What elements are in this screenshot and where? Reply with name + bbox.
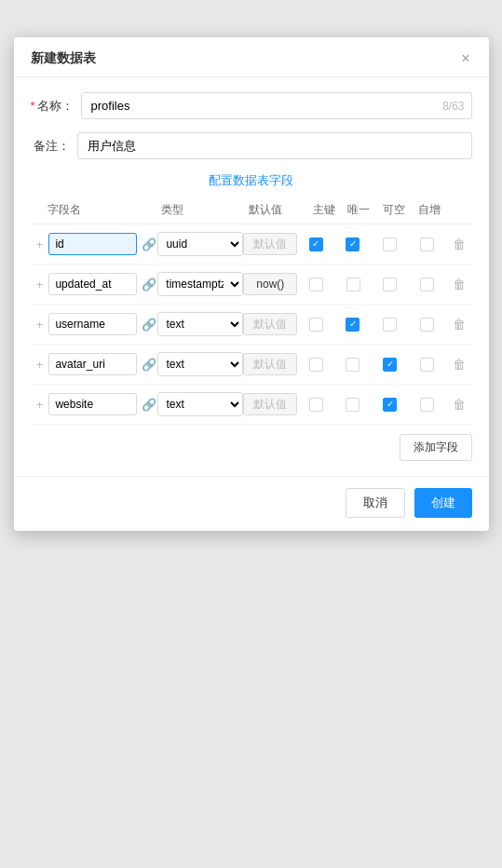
header-default: 默认值 <box>249 202 306 218</box>
nullable-checkbox-cell <box>372 278 409 292</box>
link-icon[interactable]: 🔗 <box>141 396 157 413</box>
link-icon[interactable]: 🔗 <box>141 316 157 332</box>
autoincr-checkbox[interactable] <box>420 318 434 332</box>
nullable-checkbox[interactable] <box>383 398 397 412</box>
add-field-row: 添加字段 <box>31 434 472 461</box>
nullable-checkbox[interactable] <box>383 237 397 251</box>
pk-checkbox-cell <box>297 398 334 412</box>
unique-checkbox-cell <box>334 237 372 251</box>
field-type-select[interactable]: timestamptz <box>157 272 243 296</box>
field-default-input[interactable] <box>243 273 297 295</box>
delete-field-button[interactable]: 🗑 <box>446 397 472 412</box>
nullable-checkbox-cell <box>372 318 409 332</box>
pk-checkbox-cell <box>297 278 334 292</box>
close-button[interactable]: × <box>459 51 471 66</box>
field-name-input[interactable] <box>48 273 137 295</box>
modal-title: 新建数据表 <box>31 50 96 67</box>
drag-handle[interactable]: + <box>31 278 49 292</box>
modal-footer: 取消 创建 <box>14 476 489 531</box>
comment-input[interactable] <box>77 132 472 159</box>
field-name-input[interactable] <box>48 393 137 415</box>
comment-label: 备注： <box>31 138 77 155</box>
field-default-input[interactable] <box>243 393 297 415</box>
autoincr-checkbox[interactable] <box>420 278 434 292</box>
table-row: + 🔗 text 🗑 <box>31 385 472 425</box>
link-icon[interactable]: 🔗 <box>141 236 157 252</box>
table-row: + 🔗 timestamptz 🗑 <box>31 264 472 305</box>
delete-field-button[interactable]: 🗑 <box>446 277 472 292</box>
field-type-select[interactable]: uuid <box>157 232 243 256</box>
field-default-input[interactable] <box>243 233 297 255</box>
pk-checkbox[interactable] <box>309 358 323 372</box>
fields-section-title: 配置数据表字段 <box>31 172 472 189</box>
autoincr-checkbox[interactable] <box>420 237 434 251</box>
unique-checkbox-cell <box>334 278 372 292</box>
name-label: *名称： <box>31 98 81 115</box>
nullable-checkbox[interactable] <box>383 278 397 292</box>
confirm-button[interactable]: 创建 <box>414 488 472 518</box>
field-default-input[interactable] <box>243 313 297 335</box>
fields-table: 字段名 类型 默认值 主键 唯一 可空 自增 + 🔗 uuid <box>31 198 472 425</box>
pk-checkbox[interactable] <box>309 278 323 292</box>
pk-checkbox[interactable] <box>309 398 323 412</box>
table-row: + 🔗 text 🗑 <box>31 305 472 345</box>
name-row: *名称： 8/63 <box>31 92 472 119</box>
field-name-input[interactable] <box>48 233 137 255</box>
modal-header: 新建数据表 × <box>14 37 489 77</box>
field-type-select[interactable]: text <box>157 312 243 336</box>
field-default-input[interactable] <box>243 353 297 375</box>
add-field-button[interactable]: 添加字段 <box>400 434 472 461</box>
field-type-select[interactable]: text <box>157 392 243 416</box>
link-icon[interactable]: 🔗 <box>141 356 157 373</box>
header-autoincr: 自增 <box>412 202 447 218</box>
nullable-checkbox[interactable] <box>383 318 397 332</box>
name-input[interactable] <box>81 92 472 119</box>
nullable-checkbox-cell <box>372 358 409 372</box>
comment-row: 备注： <box>31 132 472 159</box>
delete-field-button[interactable]: 🗑 <box>446 317 472 332</box>
header-type: 类型 <box>161 202 250 218</box>
unique-checkbox[interactable] <box>346 278 360 292</box>
autoincr-checkbox[interactable] <box>420 358 434 372</box>
delete-field-button[interactable]: 🗑 <box>446 237 472 251</box>
pk-checkbox[interactable] <box>309 318 323 332</box>
drag-handle[interactable]: + <box>31 398 49 412</box>
pk-checkbox-cell <box>297 358 334 372</box>
required-star: * <box>31 99 35 113</box>
unique-checkbox[interactable] <box>346 237 360 251</box>
unique-checkbox[interactable] <box>346 358 360 372</box>
autoincr-checkbox-cell <box>409 398 446 412</box>
field-name-input[interactable] <box>48 353 137 375</box>
cancel-button[interactable]: 取消 <box>346 488 405 518</box>
fields-header: 字段名 类型 默认值 主键 唯一 可空 自增 <box>31 198 472 224</box>
pk-checkbox[interactable] <box>309 237 323 251</box>
pk-checkbox-cell <box>297 237 334 251</box>
header-pk: 主键 <box>306 202 342 218</box>
autoincr-checkbox-cell <box>409 358 446 372</box>
pk-checkbox-cell <box>297 318 334 332</box>
nullable-checkbox-cell <box>372 237 409 251</box>
unique-checkbox[interactable] <box>346 398 360 412</box>
modal-body: *名称： 8/63 备注： 配置数据表字段 字段名 <box>14 77 489 476</box>
nullable-checkbox-cell <box>372 398 409 412</box>
autoincr-checkbox[interactable] <box>420 398 434 412</box>
modal-overlay: 新建数据表 × *名称： 8/63 备注： 配置数据表字段 <box>0 0 502 868</box>
drag-handle[interactable]: + <box>31 237 49 251</box>
autoincr-checkbox-cell <box>409 278 446 292</box>
unique-checkbox[interactable] <box>346 318 360 332</box>
drag-handle[interactable]: + <box>31 358 49 372</box>
drag-handle[interactable]: + <box>31 318 49 332</box>
field-type-select[interactable]: text <box>157 352 243 376</box>
autoincr-checkbox-cell <box>409 318 446 332</box>
header-nullable: 可空 <box>376 202 412 218</box>
unique-checkbox-cell <box>334 358 372 372</box>
unique-checkbox-cell <box>334 398 372 412</box>
link-icon[interactable]: 🔗 <box>141 276 157 292</box>
delete-field-button[interactable]: 🗑 <box>446 357 472 372</box>
unique-checkbox-cell <box>334 318 372 332</box>
field-name-input[interactable] <box>48 313 137 335</box>
header-name: 字段名 <box>47 202 144 218</box>
table-row: + 🔗 uuid 🗑 <box>31 224 472 264</box>
autoincr-checkbox-cell <box>409 237 446 251</box>
nullable-checkbox[interactable] <box>383 358 397 372</box>
